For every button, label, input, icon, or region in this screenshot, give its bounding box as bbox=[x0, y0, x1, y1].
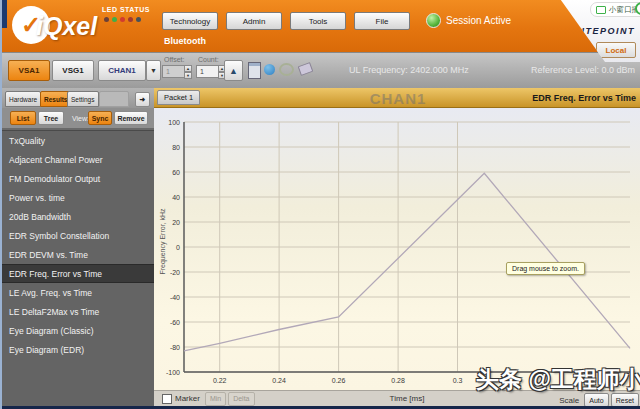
list-item[interactable]: EDR DEVM vs. Time bbox=[2, 245, 154, 264]
tab-hardware[interactable]: Hardware bbox=[5, 91, 41, 107]
y-axis-label: Frequency Error, kHz bbox=[159, 182, 166, 302]
svg-text:0.22: 0.22 bbox=[213, 377, 227, 384]
list-view-button[interactable]: List bbox=[10, 111, 36, 125]
led-dot-icon bbox=[104, 17, 109, 22]
list-item[interactable]: EDR Symbol Constellation bbox=[2, 226, 154, 245]
calculator-icon[interactable] bbox=[248, 62, 261, 79]
led-dot-icon bbox=[136, 17, 141, 22]
list-item[interactable]: 20dB Bandwidth bbox=[2, 207, 154, 226]
led-dot-icon bbox=[120, 17, 125, 22]
list-item[interactable]: Adjacent Channel Power bbox=[2, 150, 154, 169]
reference-level-readout: Reference Level: 0.0 dBm bbox=[531, 65, 635, 75]
svg-text:40: 40 bbox=[172, 194, 180, 201]
menu-button-file[interactable]: File bbox=[354, 12, 410, 30]
list-item[interactable]: FM Demodulator Output bbox=[2, 169, 154, 188]
chart-header-bar: CHAN1 Packet 1 EDR Freq. Error vs Time bbox=[154, 88, 640, 108]
ul-frequency-readout: UL Frequency: 2402.000 MHz bbox=[349, 65, 469, 75]
chart-title: EDR Freq. Error vs Time bbox=[532, 93, 636, 103]
tab-disabled bbox=[99, 91, 129, 107]
freq-error-chart[interactable]: 100806040200-20-40-60-80-1000.220.240.26… bbox=[154, 108, 640, 390]
sidebar-tab-strip: Hardware Results Settings ➜ bbox=[2, 88, 154, 108]
app-header: ✓ iQxel LED STATUS TechnologyAdminToolsF… bbox=[2, 0, 640, 52]
chart-region: CHAN1 Packet 1 EDR Freq. Error vs Time 1… bbox=[154, 88, 640, 406]
svg-text:-80: -80 bbox=[170, 344, 180, 351]
list-item[interactable]: Eye Diagram (EDR) bbox=[2, 340, 154, 359]
led-status-dots bbox=[104, 17, 141, 22]
vsg-button[interactable]: VSG1 bbox=[52, 60, 94, 81]
iqxel-app-window: ✓ iQxel LED STATUS TechnologyAdminToolsF… bbox=[0, 0, 640, 409]
window-corner bbox=[2, 0, 7, 28]
list-item[interactable]: TxQuality bbox=[2, 131, 154, 150]
video-watermark: 头条 @工程师小何 bbox=[476, 364, 640, 395]
sync-button[interactable]: Sync bbox=[88, 111, 112, 125]
led-dot-icon bbox=[112, 17, 117, 22]
loop-icon[interactable] bbox=[279, 63, 294, 76]
led-status-label: LED STATUS bbox=[102, 6, 150, 13]
tab-settings[interactable]: Settings bbox=[67, 91, 99, 107]
menu-button-technology[interactable]: Technology bbox=[162, 12, 218, 30]
svg-text:0.3: 0.3 bbox=[453, 377, 463, 384]
list-item[interactable]: LE DeltaF2Max vs Time bbox=[2, 302, 154, 321]
offset-label: Offset: bbox=[164, 56, 185, 63]
count-label: Count: bbox=[198, 56, 219, 63]
svg-text:-20: -20 bbox=[170, 269, 180, 276]
measurement-list: TxQualityAdjacent Channel PowerFM Demodu… bbox=[2, 130, 154, 407]
vsa-button[interactable]: VSA1 bbox=[8, 60, 50, 81]
svg-text:0.26: 0.26 bbox=[332, 377, 346, 384]
packet-tab[interactable]: Packet 1 bbox=[157, 90, 200, 105]
menu-button-admin[interactable]: Admin bbox=[226, 12, 282, 30]
results-sidebar: Hardware Results Settings ➜ List Tree Vi… bbox=[2, 88, 154, 406]
tab-scroll-arrow-icon[interactable]: ➜ bbox=[135, 92, 150, 107]
tree-view-button[interactable]: Tree bbox=[38, 111, 64, 125]
analysis-icon[interactable] bbox=[264, 64, 275, 75]
svg-text:60: 60 bbox=[172, 169, 180, 176]
list-item[interactable]: EDR Freq. Error vs Time bbox=[2, 264, 154, 283]
session-status-text: Session Active bbox=[446, 15, 511, 26]
svg-text:-60: -60 bbox=[170, 319, 180, 326]
led-dot-icon bbox=[128, 17, 133, 22]
eraser-icon[interactable] bbox=[298, 62, 314, 76]
svg-text:20: 20 bbox=[172, 219, 180, 226]
technology-subtitle: Bluetooth bbox=[164, 36, 206, 46]
auto-scale-button[interactable]: Auto bbox=[584, 393, 608, 407]
svg-text:0.28: 0.28 bbox=[391, 377, 405, 384]
menu-button-tools[interactable]: Tools bbox=[290, 12, 346, 30]
svg-text:-40: -40 bbox=[170, 294, 180, 301]
main-menu: TechnologyAdminToolsFile bbox=[162, 12, 410, 30]
svg-text:-100: -100 bbox=[166, 369, 180, 376]
channel-dropdown-arrow-icon[interactable]: ▼ bbox=[146, 60, 161, 81]
svg-text:80: 80 bbox=[172, 144, 180, 151]
svg-text:0.24: 0.24 bbox=[272, 377, 286, 384]
run-capture-button[interactable]: ▲ bbox=[224, 60, 243, 81]
app-logo-text: iQxel bbox=[36, 12, 97, 41]
plot-area: 100806040200-20-40-60-80-1000.220.240.26… bbox=[154, 108, 640, 390]
pip-playback-button[interactable]: 小窗口播放 bbox=[590, 2, 640, 17]
pip-window-icon bbox=[596, 6, 606, 14]
scale-label: Scale bbox=[559, 396, 579, 405]
reset-scale-button[interactable]: Reset bbox=[611, 393, 639, 407]
svg-text:0: 0 bbox=[176, 244, 180, 251]
sidebar-controls: List Tree View: Sync Remove bbox=[2, 108, 154, 128]
list-item[interactable]: LE Avg. Freq. vs Time bbox=[2, 283, 154, 302]
view-label: View: bbox=[72, 115, 89, 122]
list-item[interactable]: Power vs. time bbox=[2, 188, 154, 207]
local-button[interactable]: Local bbox=[596, 42, 636, 58]
channel-select[interactable]: CHAN1 bbox=[98, 60, 146, 81]
svg-text:100: 100 bbox=[168, 119, 180, 126]
session-status-icon bbox=[426, 13, 441, 28]
remove-button[interactable]: Remove bbox=[114, 111, 148, 125]
zoom-hint-tooltip: Drag mouse to zoom. bbox=[506, 262, 585, 275]
offset-spinner-arrows[interactable]: ▲▼ bbox=[184, 65, 192, 78]
list-item[interactable]: Eye Diagram (Classic) bbox=[2, 321, 154, 340]
